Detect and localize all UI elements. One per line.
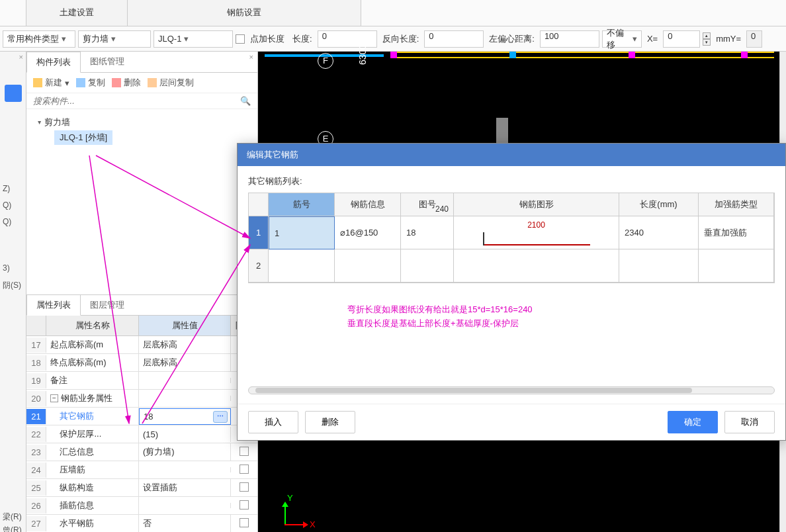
delete-icon — [112, 78, 121, 87]
tab-civil[interactable]: 土建设置 — [26, 0, 128, 26]
property-row[interactable]: 20−钢筋业务属性 — [26, 390, 257, 408]
nav-q2[interactable]: Q) — [3, 217, 11, 226]
table-row[interactable]: 1 1 ⌀16@150 18 2100 240 2340 垂直加强筋 — [249, 216, 774, 249]
prop-checkbox[interactable] — [231, 482, 257, 494]
nav-r2[interactable]: 曾(R) — [3, 525, 22, 532]
cell-tu[interactable]: 18 — [401, 216, 454, 249]
prop-value[interactable]: 层底标高 — [139, 354, 231, 371]
prop-name: 保护层厚... — [46, 425, 139, 443]
cell-id[interactable]: 1 — [269, 216, 335, 249]
table-row[interactable]: 2 — [249, 249, 774, 283]
prop-value[interactable]: 层底标高 — [139, 336, 231, 353]
row-number: 20 — [26, 391, 46, 406]
close-icon[interactable]: × — [19, 53, 23, 61]
prop-checkbox[interactable] — [231, 465, 257, 476]
col-rebar-info: 钢筋信息 — [335, 193, 401, 216]
property-row[interactable]: 27 水平钢筋否 — [26, 515, 257, 532]
new-icon — [33, 78, 42, 87]
prop-name: 备注 — [46, 372, 139, 389]
floor-copy-button[interactable]: 层间复制 — [148, 77, 194, 89]
combo-type[interactable]: 常用构件类型▾ — [3, 30, 75, 48]
cell-info[interactable]: ⌀16@150 — [335, 216, 401, 249]
tree-item-jlq1[interactable]: JLQ-1 [外墙] — [54, 130, 112, 145]
input-offset[interactable]: 100 — [540, 30, 599, 48]
nav-icon-button[interactable] — [5, 85, 22, 102]
delete-button[interactable]: 删除 — [112, 77, 141, 89]
prop-checkbox[interactable] — [231, 447, 257, 458]
delete-button[interactable]: 删除 — [305, 411, 355, 433]
rebar-table: 筋号 钢筋信息 图号 钢筋图形 长度(mm) 加强筋类型 1 1 ⌀16@150… — [248, 193, 775, 283]
property-row[interactable]: 25 纵筋构造设置插筋 — [26, 479, 257, 497]
tab-layers[interactable]: 图层管理 — [81, 295, 134, 315]
checkbox-point-add[interactable] — [236, 34, 245, 44]
nav-z[interactable]: Z) — [3, 184, 10, 193]
input-x[interactable]: 0 — [663, 30, 700, 48]
tab-rebar[interactable]: 钢筋设置 — [128, 0, 361, 26]
axis-indicator — [284, 506, 286, 525]
prop-checkbox[interactable] — [231, 500, 257, 511]
input-length[interactable]: 0 — [318, 30, 377, 48]
prop-value[interactable] — [139, 503, 231, 508]
grid-label-f: F — [318, 53, 333, 69]
row-number: 27 — [26, 516, 46, 531]
property-row[interactable]: 17起点底标高(m层底标高 — [26, 336, 257, 354]
horizontal-scrollbar[interactable] — [248, 386, 775, 394]
label-y: mmY= — [713, 34, 744, 44]
spinner-x[interactable]: ▴▾ — [703, 32, 711, 46]
property-row[interactable]: 24 压墙筋 — [26, 461, 257, 479]
property-row[interactable]: 23 汇总信息(剪力墙) — [26, 443, 257, 461]
search-icon[interactable]: 🔍 — [240, 96, 251, 106]
new-button[interactable]: 新建▾ — [33, 77, 69, 89]
col-prop-name: 属性名称 — [46, 316, 139, 335]
property-row[interactable]: 22 保护层厚...(15) — [26, 425, 257, 443]
ellipsis-button[interactable]: ⋯ — [213, 411, 228, 423]
label-x: X= — [644, 34, 660, 44]
cancel-button[interactable]: 取消 — [724, 411, 775, 433]
property-row[interactable]: 26 插筋信息 — [26, 497, 257, 515]
top-tabs: 土建设置 钢筋设置 — [0, 0, 786, 26]
nav-s[interactable]: 阴(S) — [3, 280, 21, 291]
label-offset: 左偏心距离: — [486, 33, 537, 45]
copy-button[interactable]: 复制 — [76, 77, 105, 89]
cell-length[interactable]: 2340 — [619, 216, 699, 249]
cell-shape[interactable]: 2100 240 — [454, 216, 619, 249]
prop-value[interactable]: (剪力墙) — [139, 443, 231, 461]
property-row[interactable]: 19备注 — [26, 372, 257, 390]
property-row[interactable]: 18终点底标高(m)层底标高 — [26, 354, 257, 372]
tab-component-list[interactable]: 构件列表 — [26, 52, 81, 73]
nav-q[interactable]: Q) — [3, 200, 11, 210]
input-reverse[interactable]: 0 — [424, 30, 484, 48]
ok-button[interactable]: 确定 — [668, 411, 718, 433]
prop-name: 起点底标高(m — [46, 336, 139, 353]
nav-r1[interactable]: 梁(R) — [3, 511, 22, 523]
dialog-subtitle: 其它钢筋列表: — [248, 175, 775, 187]
prop-value[interactable] — [139, 378, 231, 383]
prop-value[interactable]: (15) — [139, 427, 231, 442]
prop-checkbox[interactable] — [231, 518, 257, 529]
collapse-icon[interactable]: − — [50, 394, 58, 402]
combo-wall[interactable]: 剪力墙▾ — [78, 30, 151, 48]
row-number: 25 — [26, 480, 46, 496]
property-row[interactable]: 21 其它钢筋18⋯ — [26, 408, 257, 425]
prop-value[interactable]: 设置插筋 — [139, 479, 231, 496]
tab-drawing-mgmt[interactable]: 图纸管理 — [81, 52, 134, 72]
combo-jlq[interactable]: JLQ-1▾ — [153, 30, 233, 48]
tree-parent-wall[interactable]: 剪力墙 — [36, 114, 248, 130]
prop-value[interactable] — [139, 396, 231, 401]
combo-shift[interactable]: 不偏移▾ — [602, 30, 642, 48]
nav-b[interactable]: 3) — [3, 263, 10, 273]
row-num: 1 — [249, 216, 269, 249]
prop-name: 压墙筋 — [46, 461, 139, 478]
input-y[interactable]: 0 — [746, 30, 762, 48]
cell-type[interactable]: 垂直加强筋 — [699, 216, 774, 249]
close-icon[interactable]: × — [249, 53, 253, 61]
prop-name: 汇总信息 — [46, 443, 139, 461]
copy-icon — [76, 78, 85, 87]
chevron-down-icon: ▾ — [184, 34, 189, 44]
tab-properties[interactable]: 属性列表 — [26, 295, 81, 316]
prop-value[interactable]: 18⋯ — [139, 408, 231, 425]
prop-value[interactable]: 否 — [139, 515, 231, 532]
search-input[interactable] — [33, 96, 240, 106]
prop-value[interactable] — [139, 467, 231, 472]
insert-button[interactable]: 插入 — [248, 411, 298, 433]
